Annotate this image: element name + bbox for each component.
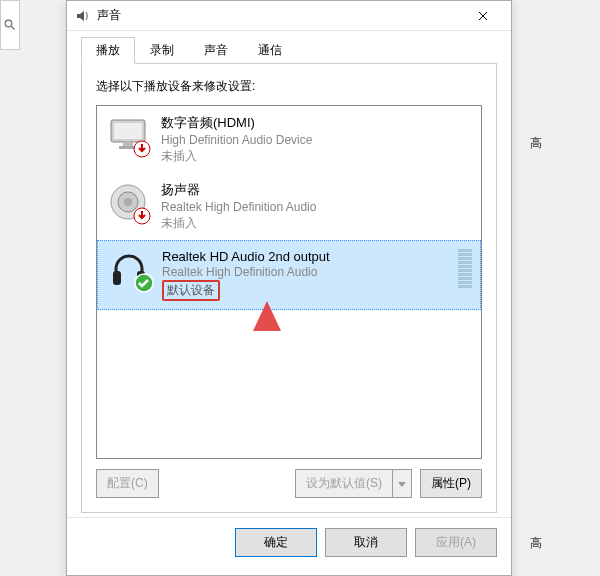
search-icon <box>4 19 16 31</box>
tab-strip: 播放 录制 声音 通信 <box>67 31 511 64</box>
apply-button[interactable]: 应用(A) <box>415 528 497 557</box>
device-name: 扬声器 <box>161 181 471 199</box>
device-icon-wrap <box>108 249 150 291</box>
device-icon-wrap <box>107 181 149 223</box>
search-box-fragment[interactable] <box>0 0 20 50</box>
svg-rect-11 <box>113 271 121 285</box>
check-badge-icon <box>134 273 154 293</box>
device-item[interactable]: 数字音频(HDMI) High Definition Audio Device … <box>97 106 481 173</box>
down-arrow-badge-icon <box>133 140 151 158</box>
device-name: 数字音频(HDMI) <box>161 114 471 132</box>
properties-button[interactable]: 属性(P) <box>420 469 482 498</box>
device-name: Realtek HD Audio 2nd output <box>162 249 470 264</box>
tab-playback[interactable]: 播放 <box>81 37 135 64</box>
panel-button-row: 配置(C) 设为默认值(S) 属性(P) <box>96 469 482 498</box>
device-list[interactable]: 数字音频(HDMI) High Definition Audio Device … <box>96 105 482 459</box>
device-desc: High Definition Audio Device <box>161 133 471 147</box>
instruction-text: 选择以下播放设备来修改设置: <box>96 78 482 95</box>
bg-text-1: 高 <box>530 135 542 152</box>
bg-text-2: 高 <box>530 535 542 552</box>
svg-line-1 <box>12 27 15 30</box>
device-icon-wrap <box>107 114 149 156</box>
playback-panel: 选择以下播放设备来修改设置: 数字音频(HDMI) High Definitio… <box>81 63 497 513</box>
device-status: 未插入 <box>161 148 471 165</box>
device-info: 扬声器 Realtek High Definition Audio 未插入 <box>161 181 471 232</box>
device-info: Realtek HD Audio 2nd output Realtek High… <box>162 249 470 301</box>
device-item[interactable]: 扬声器 Realtek High Definition Audio 未插入 <box>97 173 481 240</box>
tab-recording[interactable]: 录制 <box>135 37 189 64</box>
default-device-badge: 默认设备 <box>162 280 220 301</box>
set-default-split-button: 设为默认值(S) <box>295 469 412 498</box>
cancel-button[interactable]: 取消 <box>325 528 407 557</box>
dialog-title: 声音 <box>97 7 463 24</box>
set-default-button[interactable]: 设为默认值(S) <box>295 469 393 498</box>
svg-point-0 <box>5 20 12 27</box>
configure-button[interactable]: 配置(C) <box>96 469 159 498</box>
down-arrow-badge-icon <box>133 207 151 225</box>
svg-rect-4 <box>123 142 133 146</box>
device-item-selected[interactable]: Realtek HD Audio 2nd output Realtek High… <box>97 240 481 310</box>
tab-sounds[interactable]: 声音 <box>189 37 243 64</box>
svg-point-9 <box>124 198 132 206</box>
dialog-button-row: 确定 取消 应用(A) <box>67 517 511 567</box>
tab-communications[interactable]: 通信 <box>243 37 297 64</box>
titlebar: 声音 <box>67 1 511 31</box>
sound-dialog: 声音 播放 录制 声音 通信 选择以下播放设备来修改设置: 数字音频(HDMI)… <box>66 0 512 576</box>
set-default-dropdown[interactable] <box>393 469 412 498</box>
sound-icon <box>75 8 91 24</box>
device-info: 数字音频(HDMI) High Definition Audio Device … <box>161 114 471 165</box>
close-icon <box>478 11 488 21</box>
device-status: 默认设备 <box>162 280 470 301</box>
svg-rect-3 <box>114 123 142 139</box>
volume-meter <box>458 249 472 288</box>
device-desc: Realtek High Definition Audio <box>162 265 470 279</box>
chevron-down-icon <box>398 482 406 488</box>
close-button[interactable] <box>463 2 503 30</box>
device-desc: Realtek High Definition Audio <box>161 200 471 214</box>
device-status: 未插入 <box>161 215 471 232</box>
ok-button[interactable]: 确定 <box>235 528 317 557</box>
